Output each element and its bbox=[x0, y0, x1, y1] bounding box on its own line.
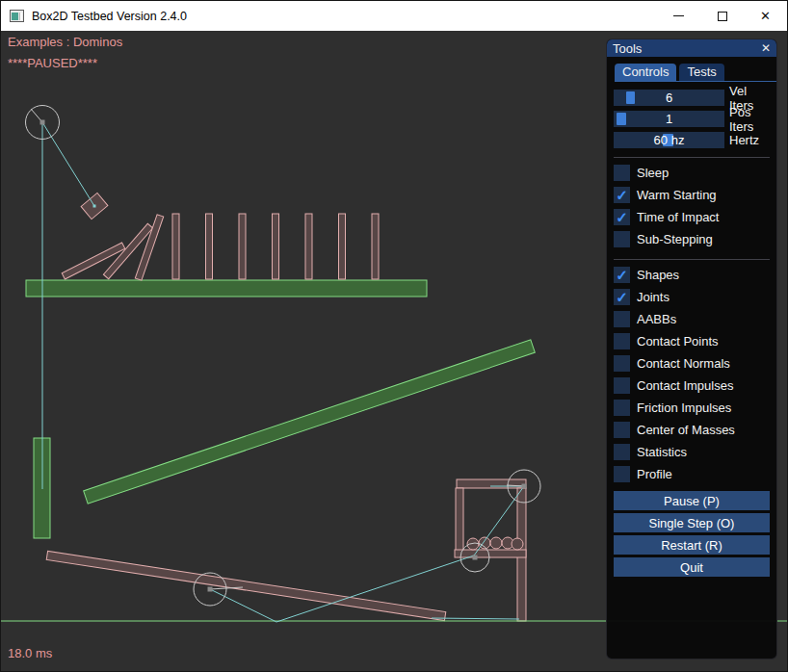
button-group: Pause (P)Single Step (O)Restart (R)Quit bbox=[614, 491, 770, 577]
checkbox-label: Statistics bbox=[637, 445, 687, 459]
slider-vel-iters[interactable]: 6 bbox=[614, 90, 724, 106]
dynamic-body[interactable] bbox=[135, 215, 163, 280]
tab-bar: ControlsTests bbox=[615, 64, 776, 82]
app-window: Box2D Testbed Version 2.4.0 ✕ Examples :… bbox=[0, 0, 788, 672]
checkbox-label: Warm Starting bbox=[637, 188, 717, 202]
slider-row-vel-iters: 6Vel Iters bbox=[614, 90, 770, 106]
minimize-icon bbox=[673, 15, 684, 16]
maximize-icon bbox=[718, 12, 727, 21]
anchor-dot bbox=[40, 120, 45, 125]
dynamic-body[interactable] bbox=[46, 551, 446, 620]
app-icon-teal bbox=[12, 13, 18, 20]
checkbox-center-of-masses[interactable]: Center of Masses bbox=[614, 419, 770, 441]
dynamic-body[interactable] bbox=[372, 214, 379, 279]
checkbox-sub-stepping[interactable]: Sub-Stepping bbox=[614, 228, 770, 250]
dynamic-body[interactable] bbox=[455, 550, 526, 557]
checkbox-friction-impulses[interactable]: Friction Impulses bbox=[614, 397, 770, 419]
checkbox-joints[interactable]: ✓Joints bbox=[614, 286, 770, 308]
checkbox-box[interactable] bbox=[614, 311, 630, 327]
checkbox-box[interactable] bbox=[614, 165, 630, 181]
window-title: Box2D Testbed Version 2.4.0 bbox=[32, 10, 657, 23]
checkbox-box[interactable]: ✓ bbox=[614, 267, 630, 283]
slider-value: 60 hz bbox=[614, 133, 724, 147]
checkbox-time-of-impact[interactable]: ✓Time of Impact bbox=[614, 206, 770, 228]
close-button[interactable]: ✕ bbox=[744, 1, 787, 31]
button-single-step-o[interactable]: Single Step (O) bbox=[614, 513, 770, 532]
static-body bbox=[26, 280, 427, 297]
ball-body[interactable] bbox=[512, 538, 523, 550]
ball-body[interactable] bbox=[490, 537, 502, 549]
checkbox-label: Friction Impulses bbox=[637, 401, 731, 415]
checkbox-label: Sleep bbox=[637, 166, 669, 180]
slider-group: 6Vel Iters1Pos Iters60 hzHertz bbox=[614, 90, 770, 148]
slider-hertz[interactable]: 60 hz bbox=[614, 132, 724, 148]
checkbox-label: Sub-Stepping bbox=[637, 232, 713, 246]
checkbox-warm-starting[interactable]: ✓Warm Starting bbox=[614, 184, 770, 206]
checkbox-profile[interactable]: Profile bbox=[614, 463, 770, 485]
dynamic-body[interactable] bbox=[172, 214, 179, 279]
slider-value: 1 bbox=[614, 112, 724, 126]
checkbox-box[interactable] bbox=[614, 466, 630, 482]
slider-row-pos-iters: 1Pos Iters bbox=[614, 111, 770, 127]
simulation-area[interactable]: Examples : Dominos ****PAUSED**** 18.0 m… bbox=[1, 31, 787, 671]
minimize-button[interactable] bbox=[657, 1, 700, 31]
dynamic-body[interactable] bbox=[305, 214, 312, 279]
frame-time-label: 18.0 ms bbox=[8, 646, 52, 660]
dynamic-body[interactable] bbox=[456, 488, 463, 556]
tab-controls[interactable]: Controls bbox=[615, 64, 676, 81]
checkbox-box[interactable] bbox=[614, 400, 630, 416]
checkbox-label: Joints bbox=[637, 290, 670, 304]
checkbox-contact-points[interactable]: Contact Points bbox=[614, 330, 770, 352]
tools-panel-title: Tools bbox=[613, 41, 642, 56]
checkbox-box[interactable]: ✓ bbox=[614, 289, 630, 305]
checkbox-box[interactable] bbox=[614, 355, 630, 372]
button-restart-r[interactable]: Restart (R) bbox=[614, 535, 770, 555]
tools-panel-titlebar[interactable]: Tools ✕ bbox=[607, 39, 776, 57]
checkbox-box[interactable] bbox=[614, 422, 630, 438]
dynamic-body[interactable] bbox=[206, 214, 213, 279]
paused-label: ****PAUSED**** bbox=[8, 56, 97, 70]
slider-pos-iters[interactable]: 1 bbox=[614, 111, 724, 127]
checkbox-contact-impulses[interactable]: Contact Impulses bbox=[614, 375, 770, 397]
anchor-dot bbox=[208, 587, 213, 592]
checkbox-label: AABBs bbox=[637, 312, 676, 326]
slider-value: 6 bbox=[614, 90, 724, 105]
checkbox-label: Time of Impact bbox=[637, 210, 719, 224]
dynamic-body[interactable] bbox=[239, 214, 246, 279]
checkbox-label: Contact Points bbox=[637, 334, 719, 349]
checkbox-label: Center of Masses bbox=[637, 423, 735, 437]
checkbox-label: Shapes bbox=[637, 268, 679, 282]
checkbox-statistics[interactable]: Statistics bbox=[614, 441, 770, 463]
example-label: Examples : Dominos bbox=[8, 35, 122, 49]
dynamic-body[interactable] bbox=[339, 214, 346, 279]
separator bbox=[614, 157, 770, 158]
checkbox-group: Sleep✓Warm Starting✓Time of ImpactSub-St… bbox=[614, 157, 770, 485]
window-controls: ✕ bbox=[657, 1, 787, 31]
checkbox-sleep[interactable]: Sleep bbox=[614, 162, 770, 184]
slider-label: Pos Iters bbox=[729, 105, 770, 134]
checkbox-box[interactable] bbox=[614, 377, 630, 394]
checkbox-label: Contact Impulses bbox=[637, 378, 733, 393]
maximize-button[interactable] bbox=[700, 1, 744, 31]
slider-label: Hertz bbox=[729, 133, 759, 147]
button-quit[interactable]: Quit bbox=[614, 557, 770, 577]
slider-row-hertz: 60 hzHertz bbox=[614, 132, 770, 148]
checkbox-box[interactable] bbox=[614, 333, 630, 349]
panel-close-icon[interactable]: ✕ bbox=[761, 42, 771, 54]
checkbox-box[interactable]: ✓ bbox=[614, 209, 630, 225]
checkbox-box[interactable] bbox=[614, 231, 630, 247]
checkbox-box[interactable]: ✓ bbox=[614, 187, 630, 203]
tab-tests[interactable]: Tests bbox=[679, 64, 723, 81]
checkbox-shapes[interactable]: ✓Shapes bbox=[614, 264, 770, 286]
app-icon bbox=[10, 10, 24, 22]
dynamic-body[interactable] bbox=[273, 214, 279, 279]
separator bbox=[614, 259, 770, 260]
titlebar: Box2D Testbed Version 2.4.0 ✕ bbox=[1, 1, 787, 31]
app-icon-white bbox=[19, 13, 22, 20]
joint-line bbox=[210, 589, 276, 622]
button-pause-p[interactable]: Pause (P) bbox=[614, 491, 770, 510]
checkbox-box[interactable] bbox=[614, 444, 630, 460]
checkbox-contact-normals[interactable]: Contact Normals bbox=[614, 352, 770, 375]
checkbox-aabbs[interactable]: AABBs bbox=[614, 308, 770, 330]
dynamic-body[interactable] bbox=[457, 479, 526, 488]
